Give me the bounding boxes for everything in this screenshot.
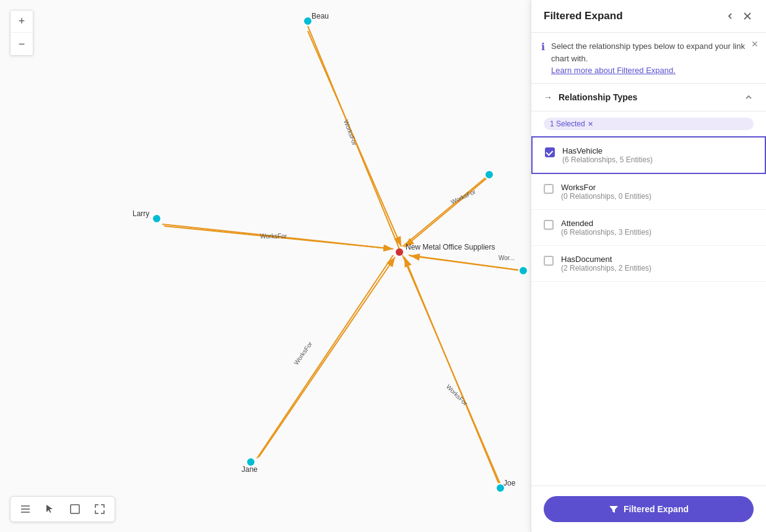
zoom-controls: + − [10,10,33,56]
rel-info-hasvehicle: HasVehicle (6 Relationships, 5 Entities) [562,146,653,164]
node-larry[interactable] [152,214,161,223]
panel: Filtered Expand ℹ Select the relationshi… [531,0,766,532]
section-collapse-button[interactable] [744,92,754,102]
section-title: Relationship Types [559,92,637,102]
section-header-left: → Relationship Types [544,92,637,102]
label-beau: Beau [311,12,329,20]
svg-line-4 [403,175,489,246]
rel-item-hasdocument[interactable]: HasDocument (2 Relationships, 2 Entities… [531,246,766,282]
svg-text:WorksFor: WorksFor [342,119,358,147]
node-beau[interactable] [303,17,312,25]
expand-button-label: Filtered Expand [624,504,689,514]
rel-meta-worksfor: (0 Relationships, 0 Entities) [561,192,651,201]
node-right-top[interactable] [485,170,494,179]
relationship-list: HasVehicle (6 Relationships, 5 Entities)… [531,136,766,486]
checkbox-attended[interactable] [544,220,554,230]
rel-info-worksfor: WorksFor (0 Relationships, 0 Entities) [561,183,651,201]
badge-text: 1 Selected [550,120,585,128]
rel-info-attended: Attended (6 Relationships, 3 Entities) [561,219,651,237]
zoom-out-button[interactable]: − [11,33,33,55]
zoom-in-button[interactable]: + [11,11,33,33]
rel-item-worksfor[interactable]: WorksFor (0 Relationships, 0 Entities) [531,174,766,210]
rel-item-hasvehicle[interactable]: HasVehicle (6 Relationships, 5 Entities) [531,136,766,174]
rel-name-worksfor: WorksFor [561,183,651,192]
label-jane: Jane [242,465,258,474]
filter-icon [609,504,619,514]
frame-icon[interactable] [66,500,84,518]
rel-name-hasvehicle: HasVehicle [562,146,653,155]
center-node-label: New Metal Office Suppliers [406,243,495,251]
header-icons [724,10,754,22]
label-joe: Joe [503,479,516,487]
panel-title: Filtered Expand [544,10,623,22]
info-link[interactable]: Learn more about Filtered Expand. [551,66,676,75]
rel-name-attended: Attended [561,219,651,228]
info-banner: ℹ Select the relationship types below to… [531,33,766,84]
list-icon[interactable] [17,500,34,518]
relationship-section: → Relationship Types 1 Selected ✕ HasVeh… [531,84,766,486]
center-node [396,248,403,256]
info-content: Select the relationship types below to e… [551,40,756,76]
collapse-panel-button[interactable] [724,10,736,22]
arrow-right-icon: → [544,92,552,102]
svg-text:Wor...: Wor... [498,255,515,261]
info-close-button[interactable]: ✕ [751,39,759,49]
node-right-mid[interactable] [519,266,528,275]
cursor-icon[interactable] [41,500,59,518]
panel-header: Filtered Expand [531,0,766,33]
info-text: Select the relationship types below to e… [551,40,756,64]
badge-close-button[interactable]: ✕ [588,120,593,128]
label-larry: Larry [133,209,149,218]
expand-arrows-icon[interactable] [91,500,108,518]
close-panel-button[interactable] [741,10,754,22]
svg-text:WorksFor: WorksFor [260,233,287,240]
svg-text:WorksFor: WorksFor [450,188,477,205]
rel-name-hasdocument: HasDocument [561,255,651,264]
svg-rect-22 [71,505,79,513]
bottom-toolbar [10,496,115,522]
svg-text:WorksFor: WorksFor [445,383,469,408]
rel-meta-hasvehicle: (6 Relationships, 5 Entities) [562,155,653,164]
checkbox-worksfor[interactable] [544,184,554,194]
selected-badge: 1 Selected ✕ [544,118,754,130]
filtered-expand-button[interactable]: Filtered Expand [544,496,754,522]
graph-svg: WorksFor WorksFor WorksFor WorksFor Work… [0,0,529,532]
info-icon: ℹ [541,41,545,53]
rel-meta-hasdocument: (2 Relationships, 2 Entities) [561,264,651,273]
panel-footer: Filtered Expand [531,486,766,532]
section-header: → Relationship Types [531,84,766,111]
svg-line-2 [257,255,393,458]
rel-info-hasdocument: HasDocument (2 Relationships, 2 Entities… [561,255,651,273]
checkbox-hasvehicle[interactable] [545,147,555,157]
svg-line-9 [259,257,395,457]
rel-meta-attended: (6 Relationships, 3 Entities) [561,228,651,237]
svg-line-11 [404,178,487,247]
svg-line-10 [404,257,498,483]
svg-text:WorksFor: WorksFor [293,340,314,366]
rel-item-attended[interactable]: Attended (6 Relationships, 3 Entities) [531,210,766,246]
checkbox-hasdocument[interactable] [544,256,554,266]
